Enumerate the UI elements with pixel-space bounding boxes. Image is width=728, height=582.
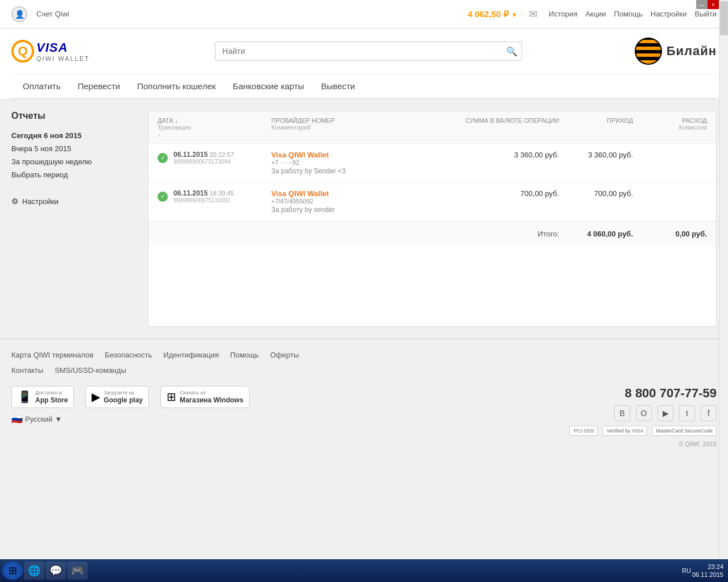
header-inner: Q VISA QIWI WALLET 🔍 Билайн	[11, 34, 717, 74]
nav-withdraw[interactable]: Вывести	[321, 74, 355, 98]
main-content: Отчеты Сегодня 6 ноя 2015 Вчера 5 ноя 20…	[0, 99, 728, 338]
promo-link[interactable]: Акции	[585, 10, 606, 18]
cell-income-2: 700,00 руб.	[559, 189, 633, 198]
nav-topup[interactable]: Пополнить кошелек	[137, 74, 216, 98]
settings-link[interactable]: Настройки	[651, 10, 687, 18]
top-nav: История Акции Помощь Настройки Выйти	[549, 10, 717, 18]
table-row: ✓ 06.11.2015 18:39:45 999999900675116091…	[148, 182, 716, 221]
status-ok-icon-2: ✓	[158, 192, 168, 202]
search-box: 🔍	[215, 41, 522, 61]
col-amount: СУММА В ВАЛЮТЕ ОПЕРАЦИИ	[457, 117, 559, 138]
beeline-icon	[635, 38, 662, 65]
lang-selector[interactable]: 🇷🇺 Русский ▼	[11, 414, 250, 425]
footer-link-offer[interactable]: Оферты	[270, 351, 299, 359]
transactions-table: ДАТА ↓ Транзакция ПРОВАЙДЕР НОМЕР Коммен…	[148, 111, 717, 327]
sidebar-link-yesterday[interactable]: Вчера 5 ноя 2015	[11, 142, 136, 155]
cell-provider-2: Visa QIWI Wallet +7/47/4055092 За работу…	[271, 189, 457, 214]
phone-number: 8 800 707-77-59	[569, 386, 717, 401]
cell-amount-1: 3 360,00 руб.	[457, 151, 559, 159]
date-1: 06.11.2015	[173, 151, 208, 159]
cell-provider-1: Visa QIWI Wallet +7 ··· ···92 За работу …	[271, 151, 457, 175]
account-info: 4 062,50 ₽ ▼ ✉ История Акции Помощь Наст…	[468, 8, 717, 20]
footer-link-sms[interactable]: SMS/USSD-команды	[55, 366, 126, 375]
date-2: 06.11.2015	[173, 189, 208, 197]
cell-date-2: ✓ 06.11.2015 18:39:45 999999900675116091	[158, 189, 271, 203]
cell-income-1: 3 360,00 руб.	[559, 151, 633, 159]
logo-q-mark: Q	[11, 40, 34, 63]
header: Q VISA QIWI WALLET 🔍 Билайн Оплатить Пер…	[0, 28, 728, 99]
youtube-icon[interactable]: ▶	[657, 405, 673, 421]
sidebar-link-period[interactable]: Выбрать период	[11, 168, 136, 181]
windows-badge[interactable]: ⊞ Скачать из Магазина Windows	[160, 386, 250, 408]
taskbar-sys-tray: RU	[682, 567, 691, 574]
ok-icon[interactable]: О	[636, 405, 652, 421]
col-date[interactable]: ДАТА ↓ Транзакция	[158, 117, 271, 138]
nav-pay[interactable]: Оплатить	[23, 74, 61, 98]
taskbar-app-steam[interactable]: 🎮	[67, 562, 88, 580]
googleplay-badge[interactable]: ▶ Загрузите на Google play	[85, 386, 149, 408]
txid-1: 999999900675173044	[173, 159, 234, 165]
logo-area: Q VISA QIWI WALLET	[11, 34, 102, 68]
time-1: 20:22:57	[209, 151, 234, 158]
footer-link-ident[interactable]: Идентификация	[163, 351, 218, 359]
lang-indicator: RU	[682, 567, 691, 574]
scrollbar-thumb[interactable]	[720, 1, 728, 35]
taskbar-app-skype[interactable]: 💬	[46, 562, 66, 580]
history-link[interactable]: История	[549, 10, 577, 18]
user-avatar[interactable]: 👤	[11, 6, 27, 22]
nav-transfer[interactable]: Перевести	[78, 74, 121, 98]
sidebar-settings-link[interactable]: ⚙ Настройки	[11, 197, 136, 206]
provider-name-2: Visa QIWI Wallet	[271, 189, 457, 198]
account-1: +7 ··· ···92	[271, 159, 457, 166]
time-2: 18:39:45	[209, 190, 234, 197]
taskbar: ⊞ 🌐 💬 🎮 RU 23:24 06.11.2015	[0, 559, 728, 582]
comment-2: За работу by sender	[271, 206, 457, 214]
nav-cards[interactable]: Банковские карты	[233, 74, 304, 98]
appstore-badge[interactable]: 📱 Доступно в App Store	[11, 386, 74, 408]
lang-arrow: ▼	[55, 415, 62, 423]
beeline-name: Билайн	[667, 44, 717, 59]
footer-link-contacts[interactable]: Контакты	[11, 366, 43, 375]
col-provider: ПРОВАЙДЕР НОМЕР Комментарий	[271, 117, 457, 138]
app-downloads: 📱 Доступно в App Store ▶ Загрузите на Go…	[11, 386, 250, 408]
pci-dss-badge: PCI DSS	[569, 426, 598, 436]
cell-date-1: ✓ 06.11.2015 20:22:57 999999900675173044	[158, 151, 271, 165]
search-button[interactable]: 🔍	[506, 46, 518, 57]
qiwi-logo[interactable]: Q VISA QIWI WALLET	[11, 34, 102, 68]
total-label: Итого:	[457, 230, 559, 238]
status-ok-icon-1: ✓	[158, 153, 168, 163]
total-row: Итого: 4 060,00 руб. 0,00 руб.	[148, 221, 716, 246]
cell-amount-2: 700,00 руб.	[457, 189, 559, 198]
lang-label: Русский	[25, 415, 52, 423]
vk-icon[interactable]: В	[614, 405, 630, 421]
mastercard-badge: MasterCard SecureCode	[652, 426, 717, 436]
search-input[interactable]	[215, 41, 522, 61]
googleplay-icon: ▶	[92, 390, 100, 404]
logo-text: VISA QIWI WALLET	[36, 40, 90, 62]
facebook-icon[interactable]: f	[701, 405, 717, 421]
sidebar-link-week[interactable]: За прошедшую неделю	[11, 155, 136, 168]
scrollbar[interactable]	[719, 0, 728, 559]
footer-link-security[interactable]: Безопасность	[105, 351, 152, 359]
top-bar-left: 👤 Счет Qiwi	[11, 6, 69, 22]
appstore-icon: 📱	[18, 390, 32, 404]
footer-link-help[interactable]: Помощь	[230, 351, 259, 359]
footer-bottom: 📱 Доступно в App Store ▶ Загрузите на Go…	[11, 386, 717, 459]
footer-left: 📱 Доступно в App Store ▶ Загрузите на Go…	[11, 386, 250, 425]
provider-name-1: Visa QIWI Wallet	[271, 151, 457, 159]
messages-icon[interactable]: ✉	[529, 8, 537, 20]
help-link[interactable]: Помощь	[614, 10, 643, 18]
close-button[interactable]: ×	[708, 0, 719, 9]
minimize-button[interactable]: —	[696, 0, 708, 9]
footer-link-terminals[interactable]: Карта QIWI терминалов	[11, 351, 93, 359]
windows-text: Скачать из Магазина Windows	[180, 390, 243, 404]
taskbar-clock: 23:24 06.11.2015	[692, 563, 726, 579]
sidebar-link-today[interactable]: Сегодня 6 ноя 2015	[11, 129, 136, 142]
top-bar: 👤 Счет Qiwi 4 062,50 ₽ ▼ ✉ История Акции…	[0, 0, 728, 28]
logout-link[interactable]: Выйти	[695, 10, 717, 18]
taskbar-app-chrome[interactable]: 🌐	[24, 562, 44, 580]
twitter-icon[interactable]: t	[679, 405, 695, 421]
taskbar-start-button[interactable]: ⊞	[2, 562, 23, 580]
googleplay-text: Загрузите на Google play	[104, 390, 143, 404]
sidebar-title: Отчеты	[11, 111, 136, 121]
